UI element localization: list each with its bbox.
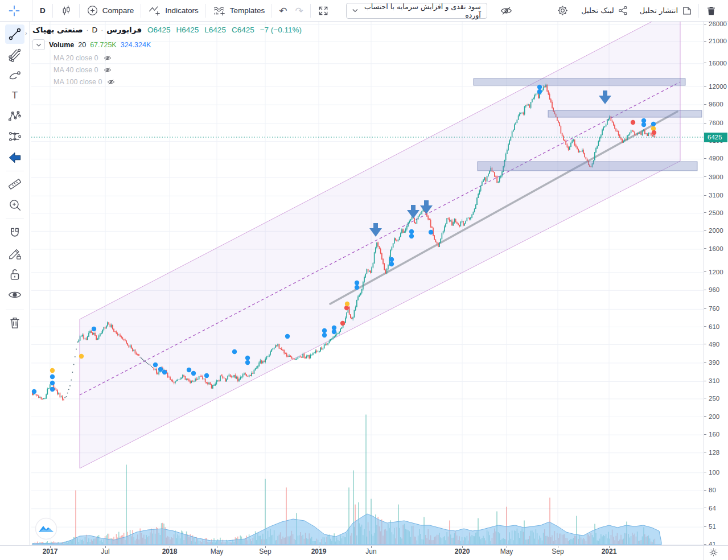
publish-analysis-label: انتشار تحلیل — [640, 6, 678, 15]
zoom-in-icon — [7, 197, 22, 212]
templates-icon — [213, 5, 226, 17]
symbol-info-row: صنعتی بهپاک · D · فرابورس O6425 H6425 L6… — [32, 25, 302, 34]
volume-length: 20 — [78, 41, 86, 49]
theme-toggle-sun-icon[interactable] — [709, 547, 718, 559]
magnet-mode-tool[interactable] — [5, 224, 24, 243]
tool-expander-chevron[interactable]: › — [25, 30, 27, 36]
candlestick-style-icon — [60, 5, 72, 17]
ruler-icon — [7, 176, 22, 191]
volume-ma-value: 324.324K — [121, 41, 151, 49]
price-tick: 80 — [704, 487, 716, 493]
templates-label: Templates — [230, 6, 265, 15]
compare-plus-icon — [87, 5, 98, 17]
brush-icon — [7, 68, 22, 83]
price-axis[interactable]: 6425 26000210001600012000960076006100490… — [704, 22, 728, 545]
eye-off-icon[interactable] — [103, 66, 112, 74]
change-value: −7 (−0.11%) — [260, 26, 302, 34]
eye-off-icon[interactable] — [106, 78, 116, 86]
ma20-label[interactable]: MA 20 close 0 — [54, 54, 98, 62]
symbol-name[interactable]: صنعتی بهپاک — [32, 25, 83, 34]
zoom-in-tool[interactable] — [5, 195, 24, 215]
price-tick: 1600 — [704, 245, 723, 252]
time-tick: Jul — [101, 547, 109, 555]
volume-value: 67.725K — [90, 41, 117, 49]
time-axis[interactable]: 2017Jul2018MaySep2019Jun2020MaySep2021 — [0, 545, 728, 560]
logo-mountain-icon — [35, 517, 57, 540]
price-tick: 128 — [704, 449, 719, 456]
low-value: L6425 — [204, 26, 226, 34]
lock-drawings-tool[interactable] — [5, 265, 24, 284]
ma40-label[interactable]: MA 40 close 0 — [54, 66, 98, 74]
legend-collapse-button[interactable] — [32, 39, 45, 50]
drawing-toolbar: › T — [0, 22, 30, 545]
price-tick: 4900 — [704, 155, 723, 162]
price-tick: 9600 — [704, 101, 723, 108]
time-tick: 2018 — [162, 547, 178, 555]
projection-tool[interactable] — [5, 127, 24, 146]
chevron-down-icon — [352, 9, 358, 13]
settings-button[interactable] — [550, 0, 575, 22]
price-tick: 2000 — [704, 227, 723, 234]
indicators-button[interactable]: Indicators — [141, 0, 205, 22]
eye-off-icon — [500, 5, 513, 17]
brush-tool[interactable] — [5, 65, 24, 85]
redo-button[interactable]: ↷ — [294, 0, 310, 22]
trend-line-tool[interactable] — [5, 24, 24, 44]
drawing-mode-tool[interactable] — [5, 244, 24, 263]
share-icon — [618, 5, 628, 16]
fullscreen-icon — [318, 5, 329, 17]
text-tool[interactable]: T — [5, 86, 24, 105]
time-tick: Jun — [365, 547, 376, 555]
eye-icon — [7, 287, 22, 302]
timeframe-label: D — [40, 6, 46, 15]
price-tick: 490 — [704, 341, 719, 348]
separator-dot: · — [101, 26, 103, 34]
fullscreen-button[interactable] — [311, 0, 336, 22]
legend-timeframe[interactable]: D — [92, 26, 97, 34]
time-tick: May — [211, 547, 224, 555]
lock-open-icon — [7, 267, 22, 282]
xabcd-pattern-tool[interactable] — [5, 106, 24, 126]
remove-drawings-tool[interactable] — [5, 313, 24, 332]
volume-label[interactable]: Volume — [49, 41, 74, 49]
eye-off-icon[interactable] — [103, 54, 112, 62]
undo-button[interactable]: ↶ — [272, 0, 294, 22]
ma100-label[interactable]: MA 100 close 0 — [54, 78, 102, 86]
publish-analysis-button[interactable]: انتشار تحلیل — [634, 5, 698, 17]
pitchfork-tool[interactable] — [5, 45, 24, 64]
analysis-link-button[interactable]: لینک تحلیل — [575, 5, 634, 16]
adjustment-label: سود نقدی و افزایش سرمایه با احتساب آورده — [363, 2, 481, 19]
sidebar-separator — [6, 219, 24, 219]
templates-button[interactable]: Templates — [206, 0, 272, 22]
arrow-marker-tool[interactable] — [5, 148, 24, 167]
price-adjustment-dropdown[interactable]: سود نقدی و افزایش سرمایه با احتساب آورده — [346, 3, 487, 19]
separator-dot: · — [86, 26, 88, 34]
trash-icon — [706, 5, 717, 17]
price-tick: 64 — [704, 505, 716, 512]
price-tick: 51 — [704, 523, 716, 530]
hide-all-drawings-tool[interactable] — [5, 285, 24, 304]
arrow-left-icon — [7, 150, 22, 165]
trash-outline-icon — [7, 315, 22, 330]
crosshair-tool[interactable] — [7, 5, 22, 17]
undo-icon: ↶ — [279, 5, 287, 17]
top-toolbar: D Compare Indicators Templates — [0, 0, 728, 22]
time-tick: Sep — [552, 547, 564, 555]
hide-drawings-button[interactable] — [493, 0, 520, 22]
time-tick: May — [500, 547, 513, 555]
price-tick: 3100 — [704, 192, 723, 199]
chart-style-button[interactable] — [53, 0, 79, 22]
timeframe-button[interactable]: D — [33, 0, 52, 22]
price-tick: 610 — [704, 323, 719, 330]
time-tick: 2020 — [455, 547, 470, 555]
toolbar-right-group: لینک تحلیل انتشار تحلیل — [550, 0, 728, 21]
delete-chart-button[interactable] — [699, 0, 723, 22]
compare-button[interactable]: Compare — [80, 0, 141, 22]
measure-tool[interactable] — [5, 174, 24, 193]
analysis-link-label: لینک تحلیل — [581, 6, 614, 15]
price-tick: 1200 — [704, 269, 723, 275]
compare-label: Compare — [102, 6, 134, 15]
price-tick: 16000 — [704, 60, 727, 67]
time-tick: 2021 — [602, 547, 617, 555]
price-tick: 310 — [704, 377, 719, 384]
